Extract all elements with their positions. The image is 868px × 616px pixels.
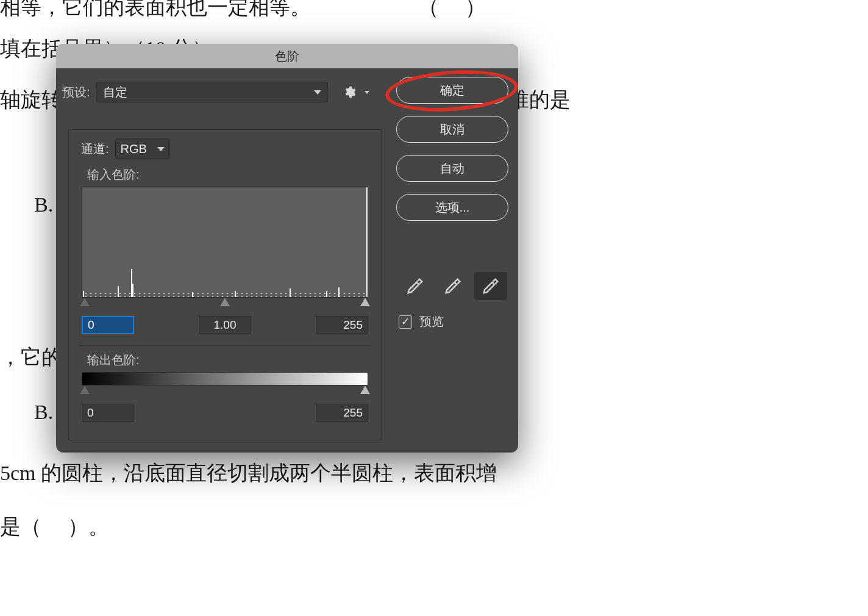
output-white-slider[interactable] — [360, 385, 370, 394]
preset-select[interactable]: 自定 — [96, 82, 328, 102]
output-slider-track[interactable] — [82, 385, 368, 399]
histogram-bar — [338, 287, 340, 297]
channel-select[interactable]: RGB — [115, 138, 170, 159]
input-white-field[interactable]: 255 — [316, 316, 368, 334]
histogram-bar — [118, 286, 119, 297]
histogram-bar — [83, 291, 84, 297]
auto-button[interactable]: 自动 — [396, 155, 508, 182]
histogram-bar — [290, 288, 291, 297]
bg-text: ，它的 — [0, 345, 62, 370]
channel-label: 通道: — [81, 141, 109, 157]
input-black-slider[interactable] — [80, 298, 90, 306]
divider — [79, 345, 371, 346]
eyedropper-white[interactable] — [474, 272, 507, 300]
levels-panel: 通道: RGB 输入色阶: 0 1.00 255 输出色阶 — [68, 129, 382, 440]
histogram-baseline — [82, 293, 368, 297]
preview-label: 预览 — [419, 313, 444, 330]
eyedropper-black[interactable] — [399, 272, 432, 300]
eyedropper-gray[interactable] — [436, 272, 469, 300]
check-icon: ✓ — [401, 317, 410, 327]
input-gamma-slider[interactable] — [220, 298, 230, 306]
histogram-bar — [132, 284, 133, 297]
chevron-down-icon — [157, 147, 165, 151]
levels-dialog: 色阶 预设: 自定 通道: RGB 输入色阶: — [56, 44, 518, 453]
ok-button[interactable]: 确定 — [396, 77, 508, 104]
output-levels-label: 输出色阶: — [87, 352, 371, 368]
bg-text: 5cm 的圆柱，沿底面直径切割成两个半圆柱，表面积增 — [0, 461, 497, 486]
output-black-slider[interactable] — [80, 385, 90, 394]
channel-value: RGB — [121, 142, 147, 156]
output-black-field[interactable]: 0 — [82, 404, 134, 422]
bg-text: （ ） — [418, 0, 486, 20]
histogram-bar — [192, 292, 193, 297]
bg-text: 是（ ）。 — [0, 515, 109, 540]
preset-label: 预设: — [62, 84, 90, 101]
dialog-titlebar[interactable]: 色阶 — [56, 44, 518, 68]
bg-text: 相等，它们的表面积也一定相等。 — [0, 0, 311, 20]
input-white-slider[interactable] — [360, 298, 370, 306]
input-levels-label: 输入色阶: — [87, 167, 371, 183]
options-button[interactable]: 选项... — [396, 194, 508, 221]
chevron-down-icon — [365, 91, 369, 94]
output-gradient[interactable] — [82, 372, 368, 385]
cancel-button[interactable]: 取消 — [396, 116, 508, 143]
gear-icon[interactable] — [343, 85, 356, 99]
histogram-bar — [366, 187, 368, 297]
input-slider-track[interactable] — [82, 298, 368, 311]
bg-text: B. — [34, 193, 53, 218]
input-black-field[interactable]: 0 — [82, 316, 134, 334]
dialog-title: 色阶 — [275, 48, 299, 65]
preview-checkbox[interactable]: ✓ — [399, 315, 412, 329]
bg-text: 轴旋转 — [0, 88, 62, 113]
chevron-down-icon — [314, 90, 321, 95]
output-white-field[interactable]: 255 — [316, 404, 368, 422]
preset-value: 自定 — [103, 84, 127, 101]
input-gamma-field[interactable]: 1.00 — [199, 316, 251, 334]
histogram[interactable] — [82, 187, 368, 298]
histogram-bar — [326, 291, 327, 297]
histogram-bar — [235, 291, 236, 297]
